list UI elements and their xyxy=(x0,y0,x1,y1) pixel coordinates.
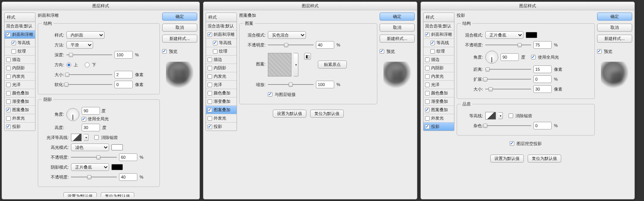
style-item-checkbox[interactable] xyxy=(6,83,11,87)
style-list-header[interactable]: 样式 xyxy=(4,13,35,22)
input-spread[interactable] xyxy=(533,75,552,83)
style-item-checkbox[interactable] xyxy=(213,41,217,45)
style-list-item[interactable]: 内阴影 xyxy=(423,64,454,72)
style-list-item[interactable]: 渐变叠加 xyxy=(423,97,454,106)
snap-origin-button[interactable]: 贴紧原点 xyxy=(318,61,347,69)
chk-preview[interactable] xyxy=(380,49,384,54)
style-item-checkbox[interactable] xyxy=(6,91,11,96)
style-list-item[interactable]: 混合选项:默认 xyxy=(5,22,35,30)
input-noise[interactable] xyxy=(533,122,552,129)
style-item-checkbox[interactable] xyxy=(6,32,11,37)
style-item-checkbox[interactable] xyxy=(208,108,212,112)
style-list-item[interactable]: 等高线 xyxy=(423,39,454,47)
select-style[interactable]: 内斜面 xyxy=(66,31,105,39)
style-list-item[interactable]: 纹理 xyxy=(5,47,35,56)
style-list-item[interactable]: 图案叠加 xyxy=(5,106,35,114)
style-list-item[interactable]: 光泽 xyxy=(5,81,35,89)
chk-preview[interactable] xyxy=(162,49,167,54)
style-list-item[interactable]: 等高线 xyxy=(206,39,237,47)
contour-dropdown-icon[interactable]: ▾ xyxy=(84,134,89,141)
contour-picker[interactable] xyxy=(71,134,82,141)
input-sh-opacity[interactable] xyxy=(119,173,137,181)
style-list-item[interactable]: 内阴影 xyxy=(206,64,237,72)
select-blend[interactable]: 正片叠底 xyxy=(485,31,523,39)
style-list-item[interactable]: 斜面和浮雕 xyxy=(206,30,237,39)
style-list-item[interactable]: 描边 xyxy=(5,56,35,64)
input-opacity[interactable] xyxy=(316,41,334,49)
style-list-item[interactable]: 投影 xyxy=(423,123,454,131)
select-blend[interactable]: 实色混合 xyxy=(268,31,306,39)
chk-global-light[interactable] xyxy=(531,55,536,59)
style-list-item[interactable]: 混合选项:默认 xyxy=(206,22,237,30)
style-list-item[interactable]: 纹理 xyxy=(206,47,237,56)
style-list-item[interactable]: 内发光 xyxy=(206,72,237,81)
slider-spread[interactable] xyxy=(485,77,531,82)
input-angle[interactable] xyxy=(82,107,100,115)
reset-default-button[interactable]: 复位为默认值 xyxy=(310,110,344,118)
style-list-item[interactable]: 图案叠加 xyxy=(423,106,454,114)
slider-opacity[interactable] xyxy=(485,42,531,48)
style-list-item[interactable]: 内阴影 xyxy=(5,64,35,72)
slider-scale[interactable] xyxy=(268,82,314,87)
style-item-checkbox[interactable] xyxy=(11,41,16,45)
style-item-checkbox[interactable] xyxy=(425,99,430,104)
cancel-button[interactable]: 取消 xyxy=(380,24,415,32)
slider-size[interactable] xyxy=(485,86,531,92)
style-list-item[interactable]: 内发光 xyxy=(423,72,454,81)
slider-opacity[interactable] xyxy=(268,42,314,48)
style-list-item[interactable]: 投影 xyxy=(206,123,237,131)
new-style-button[interactable]: 新建样式... xyxy=(597,35,632,43)
cancel-button[interactable]: 取消 xyxy=(597,24,632,32)
titlebar[interactable]: 图层样式 xyxy=(203,2,417,10)
slider-hl-opacity[interactable] xyxy=(71,155,117,160)
style-list-item[interactable]: 斜面和浮雕 xyxy=(423,30,454,39)
slider-noise[interactable] xyxy=(485,123,531,128)
style-item-checkbox[interactable] xyxy=(425,83,430,87)
style-item-checkbox[interactable] xyxy=(425,124,430,129)
style-item-checkbox[interactable] xyxy=(425,32,430,37)
new-style-button[interactable]: 新建样式... xyxy=(380,35,415,43)
slider-size[interactable] xyxy=(66,72,112,77)
select-technique[interactable]: 平滑 xyxy=(66,41,93,49)
style-list-item[interactable]: 渐变叠加 xyxy=(5,97,35,106)
style-item-checkbox[interactable] xyxy=(6,99,11,104)
style-list-item[interactable]: 图案叠加 xyxy=(206,106,237,114)
chk-antialias[interactable] xyxy=(509,113,513,118)
set-default-button[interactable]: 设置为默认值 xyxy=(490,155,524,163)
style-item-checkbox[interactable] xyxy=(6,66,11,70)
style-list-item[interactable]: 描边 xyxy=(206,56,237,64)
new-style-button[interactable]: 新建样式... xyxy=(162,35,197,43)
input-distance[interactable] xyxy=(533,65,552,73)
titlebar[interactable]: 图层样式 xyxy=(2,2,200,10)
pattern-dropdown-icon[interactable]: ▾ xyxy=(294,53,298,77)
set-default-button[interactable]: 设置为默认值 xyxy=(273,110,306,118)
style-list-item[interactable]: 颜色叠加 xyxy=(206,89,237,97)
style-item-checkbox[interactable] xyxy=(11,49,16,54)
style-item-checkbox[interactable] xyxy=(6,57,11,62)
ok-button[interactable]: 确定 xyxy=(380,13,415,21)
style-list-item[interactable]: 内发光 xyxy=(5,72,35,81)
select-sh-mode[interactable]: 正片叠底 xyxy=(71,163,109,171)
style-item-checkbox[interactable] xyxy=(425,57,430,62)
ok-button[interactable]: 确定 xyxy=(162,13,197,21)
radio-up[interactable] xyxy=(66,62,71,67)
style-item-checkbox[interactable] xyxy=(425,74,430,79)
style-item-checkbox[interactable] xyxy=(430,49,435,54)
style-item-checkbox[interactable] xyxy=(208,57,212,62)
style-list-item[interactable]: 颜色叠加 xyxy=(423,89,454,97)
style-item-checkbox[interactable] xyxy=(208,66,212,70)
input-altitude[interactable] xyxy=(82,124,100,131)
chk-knockout[interactable] xyxy=(510,141,514,146)
style-list-item[interactable]: 光泽 xyxy=(206,81,237,89)
input-opacity[interactable] xyxy=(533,41,552,49)
input-angle[interactable] xyxy=(501,53,519,61)
pattern-picker[interactable] xyxy=(268,53,291,77)
cancel-button[interactable]: 取消 xyxy=(162,24,197,32)
style-list-item[interactable]: 颜色叠加 xyxy=(5,89,35,97)
style-list-item[interactable]: 外发光 xyxy=(5,114,35,123)
style-item-checkbox[interactable] xyxy=(6,108,11,112)
style-item-checkbox[interactable] xyxy=(425,91,430,96)
style-list-header[interactable]: 样式 xyxy=(423,13,454,22)
reset-default-button[interactable]: 复位为默认值 xyxy=(101,192,134,197)
hl-color-swatch[interactable] xyxy=(111,144,123,150)
